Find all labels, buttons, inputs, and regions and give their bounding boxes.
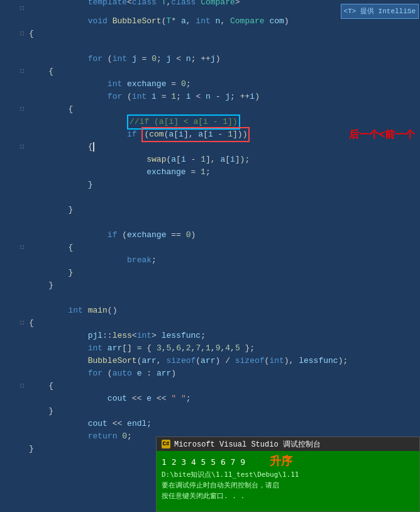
editor-area: □ template<class T,class Compare> <T> 提供… [0,0,420,512]
collapse-indicator [18,78,26,91]
collapse-indicator [18,342,26,355]
collapse-indicator [18,128,26,141]
collapse-indicator [18,53,26,65]
collapse-indicator [18,279,26,292]
collapse-indicator [18,355,26,367]
console-icon: C# [162,440,170,448]
collapse-indicator [18,405,26,418]
code-line: for (auto e : arr) [0,367,420,380]
code-line: if (exchange == 0) [0,229,420,242]
collapse-indicator[interactable]: □ [18,242,26,254]
collapse-indicator [18,153,26,166]
console-numbers: 1 2 3 4 5 5 6 7 9 [162,457,245,467]
collapse-indicator [18,166,26,179]
code-text: } [26,267,417,279]
console-title: Microsoft Visual Studio 调试控制台 [174,439,321,450]
code-line: } [0,267,420,279]
collapse-indicator[interactable]: □ [18,28,26,40]
code-line: } [0,179,420,191]
collapse-indicator[interactable]: □ [18,103,26,116]
code-line: } [0,279,420,292]
collapse-indicator [18,191,26,204]
collapse-indicator[interactable]: □ [18,3,26,15]
collapse-indicator [18,15,26,28]
collapse-indicator [18,367,26,380]
collapse-indicator [18,216,26,229]
collapse-indicator[interactable]: □ [18,141,26,153]
collapse-indicator[interactable]: □ [18,317,26,330]
code-line: } [0,204,420,216]
collapse-indicator [18,267,26,279]
console-info2: 要在调试停止时自动关闭控制台，请启 [162,481,414,490]
collapse-indicator [18,443,26,455]
code-line: void BubbleSort(T* a, int n, Compare com… [0,15,420,28]
collapse-indicator [18,292,26,304]
collapse-indicator [18,229,26,242]
collapse-indicator [18,116,26,128]
code-line: for (int j = 0; j < n; ++j) [0,53,420,65]
collapse-indicator [18,418,26,430]
code-text: } [26,204,417,216]
collapse-indicator [18,430,26,443]
collapse-indicator [18,204,26,216]
console-output: 1 2 3 4 5 5 6 7 9 升序 [162,454,414,469]
console-shengxu: 升序 [270,455,292,467]
code-text: } [26,279,417,292]
code-text: { [26,28,417,40]
console-header: C# Microsoft Visual Studio 调试控制台 [157,437,419,451]
console-overlay: C# Microsoft Visual Studio 调试控制台 1 2 3 4… [156,437,420,512]
collapse-indicator [18,254,26,267]
code-line: int main() [0,304,420,317]
code-line: cout << e << " "; [0,392,420,405]
collapse-indicator [18,40,26,53]
console-info1: D:\bite知识点\1.11_test\Debug\1.11 [162,470,414,479]
code-line: break; [0,254,420,267]
code-text: } [26,179,417,191]
console-info3: 按任意键关闭此窗口. . . [162,491,414,501]
code-container: □ template<class T,class Compare> <T> 提供… [0,0,420,512]
code-text [26,191,417,204]
collapse-indicator [18,179,26,191]
code-line: □ { [0,28,420,40]
collapse-indicator [18,91,26,103]
code-line [0,191,420,204]
console-body: 1 2 3 4 5 5 6 7 9 升序 D:\bite知识点\1.11_tes… [157,451,419,503]
collapse-indicator[interactable]: □ [18,65,26,78]
collapse-indicator [18,392,26,405]
code-line: if (com(a[i], a[i - 1])) 后一个<前一个 [0,128,420,141]
collapse-indicator [18,304,26,317]
collapse-indicator [18,330,26,342]
collapse-indicator[interactable]: □ [18,380,26,392]
annotation: 后一个<前一个 [349,128,415,141]
code-line: exchange = 1; [0,166,420,179]
code-line: for (int i = 1; i < n - j; ++i) [0,91,420,103]
